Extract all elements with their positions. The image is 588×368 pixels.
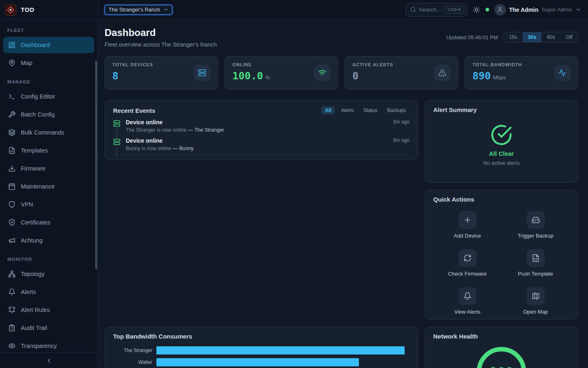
stat-card-online: ONLINE 100.0% — [225, 56, 338, 90]
search-box[interactable]: Cmd+K — [405, 3, 468, 17]
quick-actions-panel: Quick Actions Add Device Trigger Backup — [425, 190, 578, 320]
filter-all[interactable]: All — [321, 106, 335, 114]
view-alerts-button[interactable]: View Alerts — [433, 287, 501, 315]
refresh-option-60s[interactable]: 60s — [541, 32, 560, 42]
sidebar-item-maintenance[interactable]: Maintenance — [3, 178, 94, 195]
quick-action-label: Open Map — [523, 309, 548, 315]
sidebar-item-alert-rules[interactable]: Alert Rules — [3, 302, 94, 318]
refresh-option-30s[interactable]: 30s — [523, 32, 542, 42]
stat-card-active-alerts: ACTIVE ALERTS 0 — [345, 56, 458, 90]
chevron-down-icon — [575, 7, 581, 13]
bar-row: Walter — [113, 358, 410, 366]
sidebar-item-transparency[interactable]: Transparency — [3, 338, 94, 352]
brand-name: TOD — [21, 6, 34, 13]
open-map-button[interactable]: Open Map — [501, 287, 570, 315]
server-icon — [113, 138, 120, 146]
alert-summary-title: Alert Summary — [433, 106, 570, 113]
filter-alerts[interactable]: Alerts — [337, 106, 357, 114]
theme-toggle-sun-icon[interactable] — [473, 6, 480, 13]
map-pin-icon — [8, 59, 16, 67]
quick-action-label: View Alerts — [454, 309, 480, 315]
stat-card-total-bandwidth: TOTAL BANDWIDTH 890Mbps — [465, 56, 578, 90]
page-subtitle: Fleet overview across The Stranger's Ran… — [105, 41, 217, 48]
event-device: — The Stranger — [188, 127, 224, 133]
trigger-backup-button[interactable]: Trigger Backup — [501, 211, 570, 239]
sidebar-item-label: Alert Rules — [21, 307, 50, 313]
sidebar-item-label: Transparency — [21, 343, 57, 349]
layers-icon — [8, 129, 16, 136]
user-menu[interactable]: The Admin Super Admin — [494, 4, 581, 16]
sidebar-item-label: Achtung — [21, 237, 42, 244]
filter-status[interactable]: Status — [360, 106, 381, 114]
shield-icon — [8, 201, 16, 208]
calendar-icon — [8, 183, 16, 190]
quick-action-label: Add Device — [454, 233, 481, 239]
sidebar-item-achtung[interactable]: Achtung — [3, 232, 94, 249]
push-template-button[interactable]: Push Template — [501, 249, 570, 277]
sidebar-item-bulk-commands[interactable]: Bulk Commands — [3, 124, 94, 141]
quick-action-label: Trigger Backup — [518, 233, 554, 239]
alert-detail: No active alerts — [483, 160, 520, 166]
event-description: Bunny is now online — [126, 146, 171, 151]
bar-row: The Stranger — [113, 346, 410, 355]
event-row: Device online 8m ago The Stranger is now… — [113, 119, 410, 133]
bandwidth-panel: Top Bandwidth Consumers The Stranger Wal… — [105, 327, 418, 368]
refresh-option-15s[interactable]: 15s — [503, 32, 522, 42]
stat-label: ONLINE — [232, 62, 270, 67]
sidebar-item-firmware[interactable]: Firmware — [3, 160, 94, 177]
sidebar-item-label: Bulk Commands — [21, 129, 64, 136]
stat-value: 100.0 — [232, 70, 263, 82]
sidebar-item-map[interactable]: Map — [3, 55, 94, 71]
sidebar-item-alerts[interactable]: Alerts — [3, 284, 94, 300]
plus-icon — [459, 211, 477, 229]
sidebar-item-label: Firmware — [21, 165, 45, 172]
network-icon — [8, 270, 16, 278]
timeline-connector — [116, 129, 117, 138]
sidebar-collapse-button[interactable] — [0, 352, 98, 368]
quick-actions-title: Quick Actions — [433, 196, 570, 203]
chevron-left-icon — [46, 357, 52, 364]
sidebar-item-dashboard[interactable]: Dashboard — [3, 37, 94, 53]
event-title: Device online — [126, 119, 163, 126]
bandwidth-chart: The Stranger Walter — [113, 346, 410, 366]
file-code-icon — [8, 147, 16, 154]
event-time: 8m ago — [393, 137, 410, 144]
sidebar-item-config-editor[interactable]: Config Editor — [3, 88, 94, 105]
sidebar-item-label: Topology — [21, 271, 45, 277]
refresh-option-off[interactable]: Off — [561, 32, 578, 42]
event-device: — Bunny — [173, 146, 194, 151]
stat-label: TOTAL DEVICES — [112, 62, 153, 67]
search-input[interactable] — [419, 7, 442, 13]
shield-check-icon — [8, 219, 16, 226]
terminal-icon — [8, 93, 16, 100]
fleet-selector[interactable]: The Stranger's Ranch — [105, 5, 172, 15]
sidebar-item-certificates[interactable]: Certificates — [3, 214, 94, 231]
sidebar-item-vpn[interactable]: VPN — [3, 196, 94, 213]
search-icon — [410, 7, 416, 13]
event-title: Device online — [126, 137, 163, 144]
sidebar-item-templates[interactable]: Templates — [3, 142, 94, 159]
check-firmware-button[interactable]: Check Firmware — [433, 249, 501, 277]
event-row: Device online 8m ago Bunny is now online… — [113, 137, 410, 151]
sidebar-item-audit-trail[interactable]: Audit Trail — [3, 320, 94, 336]
stat-unit: % — [265, 74, 270, 81]
sidebar-item-label: Maintenance — [21, 183, 55, 190]
filter-backups[interactable]: Backups — [383, 106, 410, 114]
dashboard-icon — [8, 41, 16, 49]
eye-icon — [8, 342, 16, 350]
add-device-button[interactable]: Add Device — [433, 211, 501, 239]
sidebar-item-batch-config[interactable]: Batch Config — [3, 106, 94, 123]
sidebar: FLEET Dashboard Map MANAGE Config Editor… — [0, 20, 98, 368]
sidebar-scrollbar[interactable] — [95, 61, 97, 269]
refresh-interval-control: 15s 30s 60s Off — [503, 32, 578, 43]
quick-action-label: Check Firmware — [448, 271, 487, 277]
brand: TOD — [0, 0, 98, 19]
bell-icon — [459, 287, 477, 305]
sidebar-item-label: Dashboard — [21, 42, 50, 48]
bar — [156, 358, 359, 366]
sidebar-item-topology[interactable]: Topology — [3, 266, 94, 282]
sidebar-item-label: Alerts — [21, 289, 36, 295]
map-icon — [527, 287, 545, 305]
event-description: The Stranger is now online — [126, 127, 187, 133]
sidebar-item-label: Audit Trail — [21, 325, 47, 331]
